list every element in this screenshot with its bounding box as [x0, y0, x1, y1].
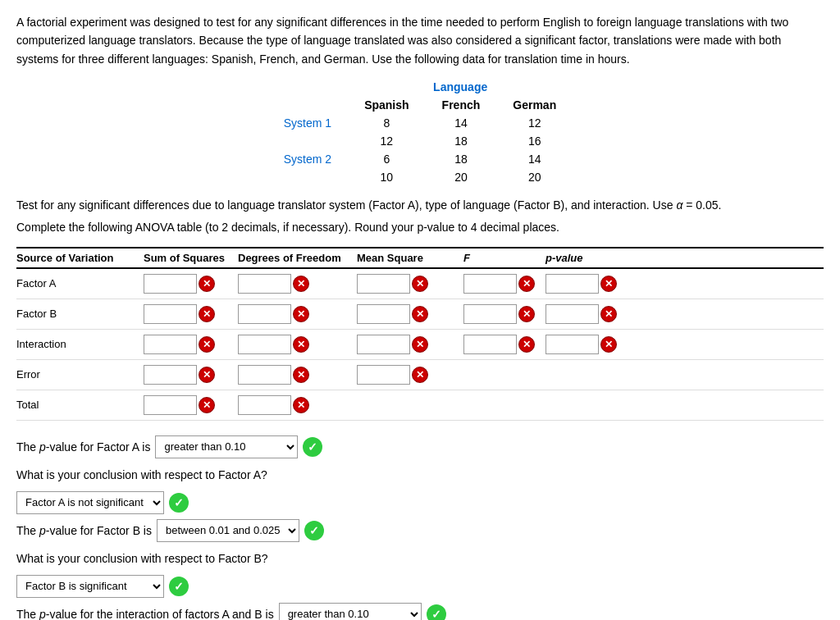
df-factor-a-clear[interactable]: ✕ — [293, 276, 309, 292]
f-factor-b[interactable]: ✕ — [463, 304, 546, 324]
p-interaction-input[interactable] — [546, 335, 599, 354]
ss-factor-a-clear[interactable]: ✕ — [199, 276, 215, 292]
df-factor-a-input[interactable] — [238, 274, 291, 294]
ss-error-input[interactable] — [144, 365, 197, 385]
ms-factor-b-input[interactable] — [357, 304, 410, 324]
ms-factor-a-input[interactable] — [357, 274, 410, 294]
factor-a-pvalue-label: The p-value for Factor A is — [16, 435, 150, 458]
factor-a-conclusion-row: Factor A is not significantFactor A is s… — [16, 491, 824, 514]
data-cell-1-0: 12 — [348, 132, 425, 150]
factor-b-pvalue-row: The p-value for Factor B is greater than… — [16, 519, 824, 542]
ss-interaction[interactable]: ✕ — [144, 335, 238, 354]
interaction-pvalue-row: The p-value for the interaction of facto… — [16, 603, 824, 620]
ss-factor-b-input[interactable] — [144, 304, 197, 324]
interaction-pvalue-select[interactable]: greater than 0.10between 0.025 and 0.05b… — [279, 603, 422, 620]
ms-interaction-clear[interactable]: ✕ — [412, 336, 428, 353]
factor-b-pvalue-label: The p-value for Factor B is — [16, 519, 152, 542]
p-factor-b-input[interactable] — [546, 304, 599, 324]
ss-total-clear[interactable]: ✕ — [199, 397, 215, 413]
anova-table-header: Source of Variation Sum of Squares Degre… — [16, 247, 824, 269]
df-total-input[interactable] — [238, 395, 291, 415]
ms-interaction-input[interactable] — [357, 335, 410, 354]
p-factor-b-clear[interactable]: ✕ — [600, 306, 617, 322]
questions-section: The p-value for Factor A is greater than… — [16, 435, 824, 620]
ms-error-clear[interactable]: ✕ — [412, 367, 428, 383]
data-cell-3-1: 20 — [426, 168, 497, 186]
ms-error[interactable]: ✕ — [357, 365, 463, 385]
ss-factor-a-input[interactable] — [144, 274, 197, 294]
data-cell-2-1: 18 — [426, 150, 497, 168]
df-interaction-input[interactable] — [238, 335, 291, 354]
anova-row-factor-b: Factor B ✕ ✕ ✕ ✕ ✕ — [16, 299, 824, 330]
df-total-clear[interactable]: ✕ — [293, 397, 309, 413]
df-factor-a[interactable]: ✕ — [238, 274, 357, 294]
data-cell-2-0: 6 — [348, 150, 425, 168]
p-factor-a[interactable]: ✕ — [546, 274, 628, 294]
ss-factor-b-clear[interactable]: ✕ — [199, 306, 215, 322]
f-interaction[interactable]: ✕ — [463, 335, 546, 354]
data-cell-0-2: 12 — [496, 114, 573, 132]
f-interaction-input[interactable] — [463, 335, 517, 354]
test-description: Test for any significant differences due… — [16, 196, 824, 216]
ms-error-input[interactable] — [357, 365, 410, 385]
anova-row-error: Error ✕ ✕ ✕ — [16, 360, 824, 390]
anova-row-total: Total ✕ ✕ — [16, 390, 824, 421]
header-f: F — [463, 252, 546, 264]
df-error[interactable]: ✕ — [238, 365, 357, 385]
source-factor-b: Factor B — [16, 308, 144, 320]
ss-total[interactable]: ✕ — [144, 395, 238, 415]
p-interaction-clear[interactable]: ✕ — [600, 336, 617, 353]
ss-factor-b[interactable]: ✕ — [144, 304, 238, 324]
ms-factor-b[interactable]: ✕ — [357, 304, 463, 324]
p-factor-a-input[interactable] — [546, 274, 599, 294]
f-factor-b-clear[interactable]: ✕ — [518, 306, 535, 322]
ss-error[interactable]: ✕ — [144, 365, 238, 385]
factor-a-pvalue-select[interactable]: greater than 0.10between 0.025 and 0.05b… — [155, 435, 298, 458]
p-factor-a-clear[interactable]: ✕ — [600, 276, 617, 292]
data-cell-3-0: 10 — [348, 168, 425, 186]
source-total: Total — [16, 399, 144, 411]
df-factor-b[interactable]: ✕ — [238, 304, 357, 324]
f-factor-a-clear[interactable]: ✕ — [518, 276, 535, 292]
ss-error-clear[interactable]: ✕ — [199, 367, 215, 383]
ms-factor-b-clear[interactable]: ✕ — [412, 306, 428, 322]
system-label-3 — [267, 168, 348, 186]
data-cell-0-0: 8 — [348, 114, 425, 132]
df-factor-b-input[interactable] — [238, 304, 291, 324]
factor-a-conclusion-check-icon: ✓ — [169, 493, 189, 513]
factor-a-pvalue-row: The p-value for Factor A is greater than… — [16, 435, 824, 458]
ss-total-input[interactable] — [144, 395, 197, 415]
p-factor-b[interactable]: ✕ — [546, 304, 628, 324]
df-error-input[interactable] — [238, 365, 291, 385]
ms-factor-a-clear[interactable]: ✕ — [412, 276, 428, 292]
df-interaction[interactable]: ✕ — [238, 335, 357, 354]
f-factor-b-input[interactable] — [463, 304, 517, 324]
p-interaction[interactable]: ✕ — [546, 335, 628, 354]
df-interaction-clear[interactable]: ✕ — [293, 336, 309, 353]
anova-table: Source of Variation Sum of Squares Degre… — [16, 247, 824, 421]
interaction-pvalue-label: The p-value for the interaction of facto… — [16, 603, 274, 620]
anova-row-factor-a: Factor A ✕ ✕ ✕ ✕ ✕ — [16, 269, 824, 299]
ss-factor-a[interactable]: ✕ — [144, 274, 238, 294]
df-total[interactable]: ✕ — [238, 395, 357, 415]
df-error-clear[interactable]: ✕ — [293, 367, 309, 383]
source-interaction: Interaction — [16, 338, 144, 350]
factor-a-conclusion-select[interactable]: Factor A is not significantFactor A is s… — [16, 491, 164, 514]
data-cell-1-2: 16 — [496, 132, 573, 150]
source-error: Error — [16, 368, 144, 381]
system-label-1 — [267, 132, 348, 150]
ms-factor-a[interactable]: ✕ — [357, 274, 463, 294]
ss-interaction-input[interactable] — [144, 335, 197, 354]
anova-row-interaction: Interaction ✕ ✕ ✕ ✕ ✕ — [16, 330, 824, 360]
factor-a-conclusion-label: What is your conclusion with respect to … — [16, 463, 824, 486]
ms-interaction[interactable]: ✕ — [357, 335, 463, 354]
factor-b-conclusion-select[interactable]: Factor B is not significantFactor B is s… — [16, 575, 164, 598]
f-factor-a-input[interactable] — [463, 274, 517, 294]
ss-interaction-clear[interactable]: ✕ — [199, 336, 215, 353]
factor-b-pvalue-select[interactable]: greater than 0.10between 0.025 and 0.05b… — [157, 519, 299, 542]
df-factor-b-clear[interactable]: ✕ — [293, 306, 309, 322]
f-interaction-clear[interactable]: ✕ — [518, 336, 535, 353]
f-factor-a[interactable]: ✕ — [463, 274, 546, 294]
data-table: Language Spanish French German System 18… — [267, 78, 573, 186]
data-cell-0-1: 14 — [426, 114, 497, 132]
